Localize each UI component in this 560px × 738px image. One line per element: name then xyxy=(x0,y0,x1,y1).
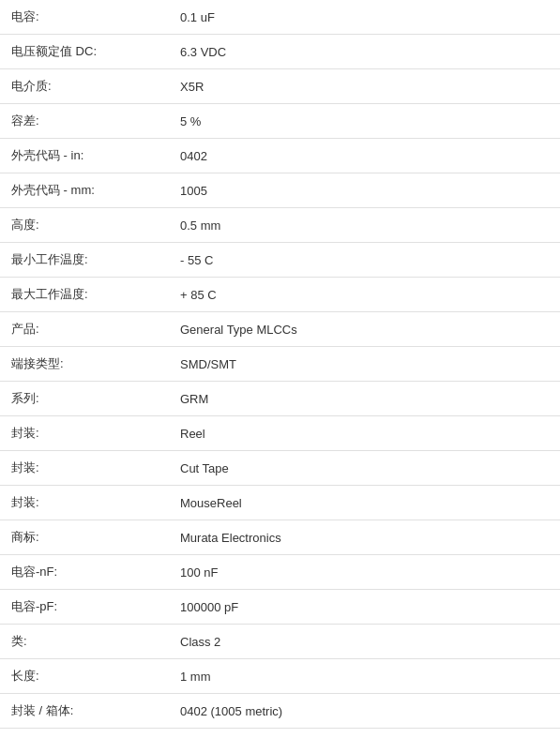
spec-label: 电容-nF: xyxy=(0,555,169,590)
spec-label: 产品类型: xyxy=(0,729,169,739)
spec-label: 类: xyxy=(0,625,169,659)
spec-label: 容差: xyxy=(0,104,169,139)
spec-value: 6.3 VDC xyxy=(169,35,560,69)
spec-label: 电容: xyxy=(0,0,169,35)
spec-value: 100 nF xyxy=(169,555,560,590)
table-row: 商标:Murata Electronics xyxy=(0,520,560,555)
spec-value: MouseReel xyxy=(169,486,560,520)
spec-label: 商标: xyxy=(0,520,169,555)
spec-label: 外壳代码 - in: xyxy=(0,139,169,173)
spec-value[interactable]: GRM xyxy=(169,382,560,416)
spec-label: 产品: xyxy=(0,312,169,347)
specs-table: 电容:0.1 uF电压额定值 DC:6.3 VDC电介质:X5R容差:5 %外壳… xyxy=(0,0,560,738)
table-row: 封装:MouseReel xyxy=(0,486,560,520)
table-row: 产品类型:Ceramic Capacitors xyxy=(0,729,560,739)
table-row: 容差:5 % xyxy=(0,104,560,139)
table-row: 外壳代码 - in:0402 xyxy=(0,139,560,173)
spec-value: 0402 (1005 metric) xyxy=(169,694,560,729)
spec-label: 外壳代码 - mm: xyxy=(0,173,169,208)
table-row: 封装 / 箱体:0402 (1005 metric) xyxy=(0,694,560,729)
spec-value: Ceramic Capacitors xyxy=(169,729,560,739)
spec-label: 电介质: xyxy=(0,69,169,104)
spec-value: 5 % xyxy=(169,104,560,139)
table-row: 电容:0.1 uF xyxy=(0,0,560,35)
table-row: 长度:1 mm xyxy=(0,659,560,694)
spec-value: 1 mm xyxy=(169,659,560,694)
table-row: 最大工作温度:+ 85 C xyxy=(0,278,560,312)
table-row: 电压额定值 DC:6.3 VDC xyxy=(0,35,560,69)
table-row: 电容-pF:100000 pF xyxy=(0,590,560,625)
spec-label: 端接类型: xyxy=(0,347,169,382)
spec-label: 最大工作温度: xyxy=(0,278,169,312)
spec-label: 电压额定值 DC: xyxy=(0,35,169,69)
table-row: 类:Class 2 xyxy=(0,625,560,659)
spec-label: 封装 / 箱体: xyxy=(0,694,169,729)
table-row: 电容-nF:100 nF xyxy=(0,555,560,590)
table-row: 外壳代码 - mm:1005 xyxy=(0,173,560,208)
spec-label: 封装: xyxy=(0,416,169,451)
spec-value: 0.1 uF xyxy=(169,0,560,35)
spec-value: 0402 xyxy=(169,139,560,173)
spec-label: 封装: xyxy=(0,451,169,486)
spec-value: + 85 C xyxy=(169,278,560,312)
spec-value: Murata Electronics xyxy=(169,520,560,555)
spec-value: SMD/SMT xyxy=(169,347,560,382)
spec-label: 最小工作温度: xyxy=(0,243,169,278)
spec-value: General Type MLCCs xyxy=(169,312,560,347)
spec-label: 电容-pF: xyxy=(0,590,169,625)
spec-value: Class 2 xyxy=(169,625,560,659)
spec-label: 长度: xyxy=(0,659,169,694)
table-row: 系列:GRM xyxy=(0,382,560,416)
spec-value: 0.5 mm xyxy=(169,208,560,243)
spec-value: - 55 C xyxy=(169,243,560,278)
table-row: 高度:0.5 mm xyxy=(0,208,560,243)
table-row: 端接类型:SMD/SMT xyxy=(0,347,560,382)
spec-value: Reel xyxy=(169,416,560,451)
table-row: 最小工作温度:- 55 C xyxy=(0,243,560,278)
table-row: 产品:General Type MLCCs xyxy=(0,312,560,347)
spec-value: X5R xyxy=(169,69,560,104)
spec-value: Cut Tape xyxy=(169,451,560,486)
table-row: 封装:Reel xyxy=(0,416,560,451)
spec-label: 高度: xyxy=(0,208,169,243)
spec-value: 1005 xyxy=(169,173,560,208)
spec-label: 系列: xyxy=(0,382,169,416)
spec-label: 封装: xyxy=(0,486,169,520)
table-row: 电介质:X5R xyxy=(0,69,560,104)
spec-value: 100000 pF xyxy=(169,590,560,625)
table-row: 封装:Cut Tape xyxy=(0,451,560,486)
